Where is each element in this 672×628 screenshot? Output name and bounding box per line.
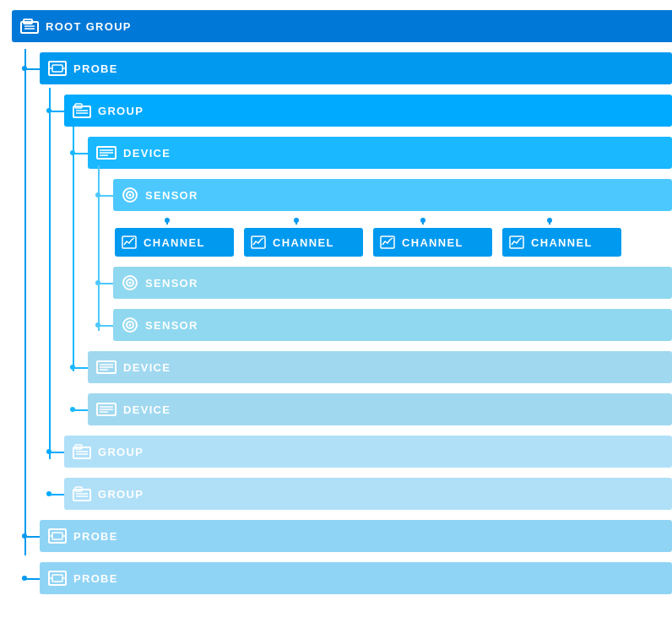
channel-4-label: CHANNEL	[531, 236, 593, 249]
channel-3-bar[interactable]: CHANNEL	[371, 226, 494, 258]
channel-1-icon	[122, 236, 137, 250]
device-3-row[interactable]: DEVICE	[12, 390, 672, 429]
group-3-row[interactable]: GROUP	[12, 474, 672, 513]
probe-3-icon	[48, 571, 67, 586]
sensor-1-label: SENSOR	[145, 189, 198, 202]
device-3-dot	[70, 407, 75, 412]
device-2-icon	[96, 360, 117, 374]
probe-2-icon	[48, 528, 67, 544]
svg-rect-50	[52, 575, 62, 582]
device-1-dot	[70, 150, 75, 155]
svg-point-25	[129, 282, 132, 284]
sensor-3-bar: SENSOR	[113, 309, 672, 341]
svg-point-28	[129, 324, 132, 327]
device-1-row[interactable]: DEVICE	[12, 133, 672, 172]
sensor-2-icon	[122, 274, 138, 291]
group-2-dot	[46, 449, 51, 454]
root-group-label: ROOT GROUP	[46, 20, 132, 33]
sensor-3-label: SENSOR	[145, 319, 198, 332]
probe-2-dot	[22, 533, 27, 539]
sensor-1-dot	[95, 192, 100, 198]
tree-container: ROOT GROUP PROBE	[0, 0, 672, 608]
group-3-icon	[73, 486, 91, 501]
group-3-dot	[46, 491, 51, 496]
group-3-label: GROUP	[98, 488, 144, 501]
sensor-1-bar: SENSOR	[113, 179, 672, 211]
device-2-label: DEVICE	[123, 361, 171, 374]
channel-4-bar[interactable]: CHANNEL	[501, 226, 623, 258]
device-2-row[interactable]: DEVICE	[12, 348, 672, 387]
channel-2-icon	[251, 236, 266, 250]
group-2-label: GROUP	[98, 446, 144, 458]
ch4-dot	[547, 218, 552, 223]
group-2-icon	[73, 444, 91, 459]
sensor-3-dot	[95, 322, 100, 328]
svg-point-18	[129, 194, 132, 197]
device-2-bar: DEVICE	[88, 351, 672, 383]
group-1-row[interactable]: GROUP	[12, 91, 672, 130]
device-1-bar: DEVICE	[88, 137, 672, 169]
probe-2-row[interactable]: PROBE	[12, 517, 672, 555]
channel-1-bar[interactable]: CHANNEL	[113, 226, 236, 258]
device-2-dot	[70, 365, 75, 370]
root-group-row[interactable]: ROOT GROUP	[12, 7, 672, 46]
probe-2-bar: PROBE	[40, 520, 672, 552]
channel-2-bar[interactable]: CHANNEL	[242, 226, 365, 258]
channels-row: CHANNEL CHANNEL	[113, 218, 672, 260]
probe-1-label: PROBE	[73, 62, 118, 75]
group-icon	[73, 103, 91, 118]
group-2-bar: GROUP	[64, 436, 672, 468]
group-2-row[interactable]: GROUP	[12, 432, 672, 471]
sensor-2-bar: SENSOR	[113, 267, 672, 299]
group-1-label: GROUP	[98, 105, 144, 117]
probe-1-row[interactable]: PROBE	[12, 49, 672, 88]
probe-1-bar: PROBE	[40, 52, 672, 84]
channel-1-label: CHANNEL	[144, 236, 205, 249]
sensor-icon	[122, 187, 138, 203]
group-3-bar: GROUP	[64, 478, 672, 510]
channel-3-label: CHANNEL	[402, 236, 463, 249]
sensor-2-dot	[95, 280, 100, 285]
probe-3-label: PROBE	[73, 572, 118, 585]
ch2-dot	[294, 218, 299, 223]
ch3-dot	[420, 218, 425, 223]
device-1-label: DEVICE	[123, 147, 171, 160]
probe-3-bar: PROBE	[40, 562, 672, 594]
probe-1-dot	[22, 66, 27, 71]
group-1-bar: GROUP	[64, 95, 672, 127]
ch1-dot	[165, 218, 170, 223]
group-1-dot	[46, 108, 51, 113]
sensor-3-row[interactable]: SENSOR	[12, 306, 672, 344]
device-3-icon	[96, 403, 117, 416]
probe-3-row[interactable]: PROBE	[12, 559, 672, 598]
svg-rect-5	[52, 65, 62, 72]
sensor-2-label: SENSOR	[145, 277, 198, 290]
sensor-2-row[interactable]: SENSOR	[12, 263, 672, 302]
device-3-bar: DEVICE	[88, 393, 672, 425]
svg-rect-46	[52, 533, 62, 539]
device-icon	[96, 146, 117, 160]
probe-icon	[48, 61, 67, 76]
sensor-1-row[interactable]: SENSOR	[12, 176, 672, 214]
root-group-bar: ROOT GROUP	[12, 10, 672, 42]
channel-2-label: CHANNEL	[273, 236, 334, 249]
sensor-3-icon	[122, 317, 138, 333]
probe-2-label: PROBE	[73, 530, 118, 543]
device-3-label: DEVICE	[123, 403, 171, 416]
channel-4-icon	[509, 236, 524, 250]
channel-3-icon	[380, 236, 395, 250]
root-group-icon	[20, 19, 39, 34]
probe-3-dot	[22, 576, 27, 581]
